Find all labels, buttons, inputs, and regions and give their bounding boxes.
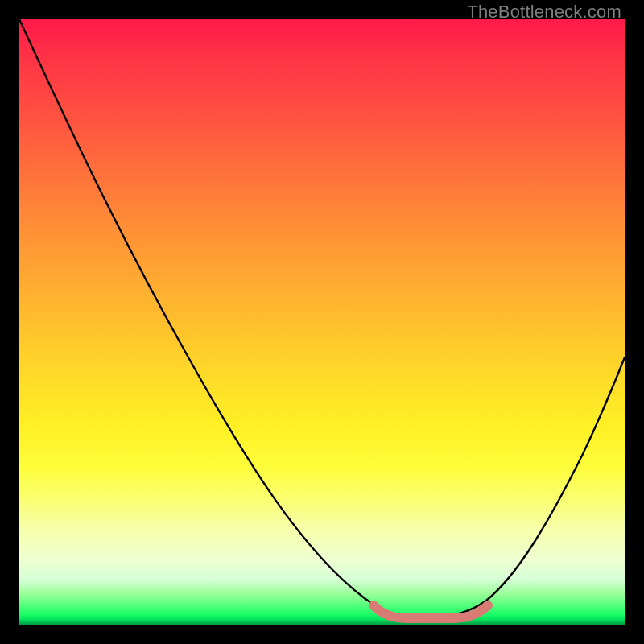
watermark-text: TheBottleneck.com	[467, 3, 621, 21]
optimal-range-marker	[374, 605, 488, 618]
chart-frame: TheBottleneck.com	[0, 0, 644, 644]
chart-plot-area	[19, 19, 625, 625]
bottleneck-curve	[19, 19, 625, 617]
chart-svg	[19, 19, 625, 625]
